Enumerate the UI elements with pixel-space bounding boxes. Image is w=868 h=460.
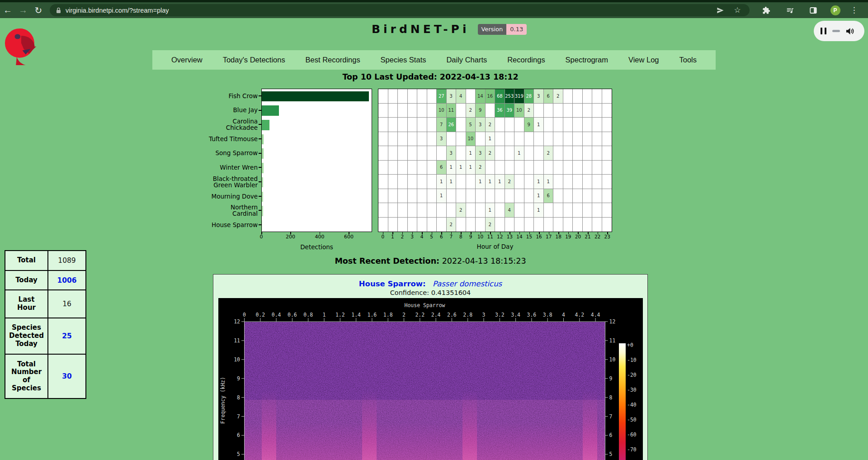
media-playlist-icon[interactable] xyxy=(783,6,797,14)
back-icon[interactable]: ← xyxy=(0,5,15,15)
bar-x-tick-label: 200 xyxy=(286,234,295,240)
heatmap-cell xyxy=(505,146,515,161)
send-to-device-icon[interactable] xyxy=(713,7,727,14)
forward-icon[interactable]: → xyxy=(15,5,31,15)
svg-text:5: 5 xyxy=(609,451,613,457)
heatmap-cell xyxy=(602,89,612,104)
heatmap-cell: 1 xyxy=(486,203,495,218)
heatmap-cell xyxy=(427,203,437,218)
heatmap-cell xyxy=(514,118,524,132)
version-badge-label: Version xyxy=(478,24,507,35)
svg-text:1.8: 1.8 xyxy=(383,312,393,318)
hour-tick xyxy=(402,232,403,234)
heatmap-cell: 2 xyxy=(544,146,554,161)
main-navigation: OverviewToday's DetectionsBest Recording… xyxy=(152,50,716,70)
stats-value[interactable]: 30 xyxy=(48,355,85,398)
browser-menu-icon[interactable]: ⋮ xyxy=(850,5,858,15)
heatmap-cell: 3 xyxy=(437,132,447,147)
svg-text:0.2: 0.2 xyxy=(255,312,265,318)
browser-toolbar: ← → ↻ virginia.birdnetpi.com/?stream=pla… xyxy=(0,2,868,18)
heatmap-cell xyxy=(602,132,612,147)
stats-label: Species Detected Today xyxy=(5,318,48,354)
heatmap-cell: 27 xyxy=(437,89,447,104)
heatmap-cell xyxy=(417,203,427,218)
svg-text:2: 2 xyxy=(402,312,406,318)
heatmap-cell xyxy=(583,161,593,175)
bar-x-tick xyxy=(261,232,262,234)
heatmap-cell xyxy=(505,189,515,204)
heatmap-cell: 253 xyxy=(505,89,515,104)
nav-item-species-stats[interactable]: Species Stats xyxy=(381,56,426,64)
stats-label: Total Number of Species xyxy=(5,355,48,398)
address-bar[interactable]: virginia.birdnetpi.com/?stream=play ☆ xyxy=(50,4,750,16)
heatmap-cell xyxy=(486,189,495,204)
heatmap-cell xyxy=(573,189,583,204)
heatmap-cell xyxy=(388,146,398,161)
heatmap-cell xyxy=(563,218,573,232)
heatmap-cell xyxy=(417,118,427,132)
hour-tick-label: 21 xyxy=(583,234,593,239)
stats-value[interactable]: 1006 xyxy=(48,271,85,289)
hour-tick xyxy=(432,232,433,234)
nav-item-today-s-detections[interactable]: Today's Detections xyxy=(223,56,285,64)
heatmap-cell xyxy=(592,189,602,204)
heatmap-cell xyxy=(592,146,602,161)
hour-tick-label: 12 xyxy=(495,234,505,239)
svg-text:9: 9 xyxy=(237,375,240,382)
summary-stats-table: Total1089Today1006Last Hour16Species Det… xyxy=(5,250,86,399)
heatmap-cell xyxy=(553,218,563,232)
heatmap-cell xyxy=(573,203,583,218)
svg-text:House Sparrow: House Sparrow xyxy=(404,302,445,308)
heatmap-cell xyxy=(456,104,466,118)
nav-item-overview[interactable]: Overview xyxy=(171,56,203,64)
nav-item-best-recordings[interactable]: Best Recordings xyxy=(306,56,360,64)
heatmap-cell xyxy=(427,189,437,204)
heatmap-cell: 2 xyxy=(456,203,466,218)
audio-player[interactable] xyxy=(814,21,864,41)
heatmap-cell xyxy=(602,118,612,132)
heatmap-cell xyxy=(514,161,524,175)
stats-value: 16 xyxy=(48,290,85,318)
birdnetpi-page: BirdNET-Pi Version 0.13 OverviewToday's … xyxy=(0,18,868,460)
svg-text:2.6: 2.6 xyxy=(447,312,457,318)
nav-item-recordings[interactable]: Recordings xyxy=(507,56,545,64)
stats-value[interactable]: 25 xyxy=(48,318,85,354)
profile-avatar[interactable]: P xyxy=(830,5,840,15)
heatmap-cell xyxy=(524,218,534,232)
heatmap-cell: 2 xyxy=(476,161,486,175)
heatmap-cell xyxy=(437,146,447,161)
nav-item-tools[interactable]: Tools xyxy=(679,56,697,64)
reload-icon[interactable]: ↻ xyxy=(31,5,46,16)
heatmap-cell: 39 xyxy=(505,104,515,118)
svg-text:-70: -70 xyxy=(627,446,637,453)
svg-text:2.8: 2.8 xyxy=(463,312,472,318)
volume-icon[interactable] xyxy=(846,27,854,35)
heatmap-cell xyxy=(388,104,398,118)
heatmap-cell: 28 xyxy=(524,89,534,104)
seek-handle[interactable] xyxy=(832,30,840,32)
red-bird-logo-icon xyxy=(5,24,45,65)
spectrogram-image: House Sparrow00.20.40.60.811.21.41.61.82… xyxy=(218,298,643,460)
nav-item-view-log[interactable]: View Log xyxy=(628,56,659,64)
heatmap-cell: 1 xyxy=(476,175,486,189)
nav-item-spectrogram[interactable]: Spectrogram xyxy=(566,56,608,64)
extensions-puzzle-icon[interactable] xyxy=(760,6,773,14)
svg-text:3.2: 3.2 xyxy=(495,312,505,318)
side-panel-icon[interactable] xyxy=(807,6,820,14)
heatmap-cell xyxy=(398,104,408,118)
heatmap-cell xyxy=(398,118,408,132)
pause-icon[interactable] xyxy=(821,28,826,34)
svg-text:5: 5 xyxy=(237,451,240,457)
nav-item-daily-charts[interactable]: Daily Charts xyxy=(446,56,487,64)
hour-tick-label: 16 xyxy=(534,234,544,239)
heatmap-cell xyxy=(544,104,554,118)
heatmap-cell xyxy=(602,189,612,204)
hour-tick-label: 22 xyxy=(593,234,603,239)
detection-species-name[interactable]: House Sparrow: xyxy=(359,280,426,288)
heatmap-cell xyxy=(388,89,398,104)
heatmap-cell: 10 xyxy=(437,104,447,118)
heatmap-cell xyxy=(544,203,554,218)
bookmark-star-icon[interactable]: ☆ xyxy=(731,5,744,15)
heatmap-cell xyxy=(602,203,612,218)
heatmap-cell xyxy=(602,104,612,118)
